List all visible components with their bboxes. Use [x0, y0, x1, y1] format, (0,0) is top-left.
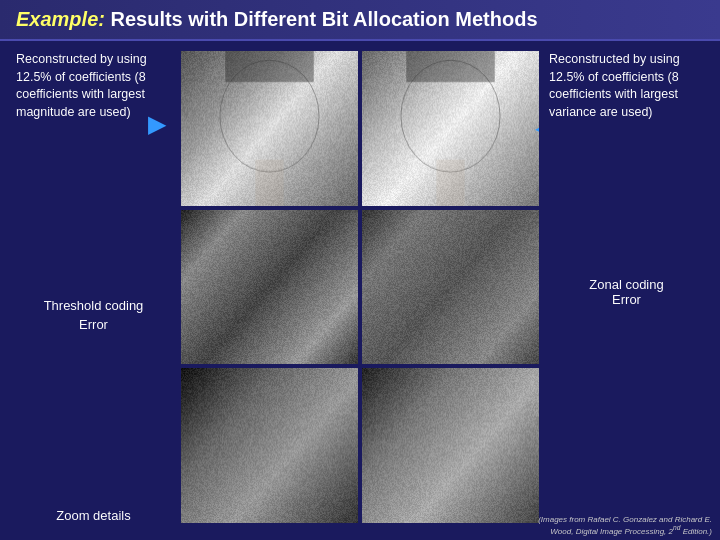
- zoom-label: Zoom details: [16, 508, 171, 523]
- image-face-left: [181, 51, 358, 206]
- threshold-label2: Error: [16, 317, 171, 332]
- zonal-label2: Error: [549, 292, 704, 307]
- image-zoom-left: [181, 368, 358, 523]
- right-text-content: Reconstructed by using 12.5% of coeffici…: [549, 51, 704, 121]
- title-suffix: Results with Different Bit Allocation Me…: [105, 8, 538, 30]
- content-area: Reconstructed by using 12.5% of coeffici…: [0, 41, 720, 533]
- canvas-error-right: [362, 210, 539, 365]
- slide: Example: Results with Different Bit Allo…: [0, 0, 720, 540]
- title-prefix: Example:: [16, 8, 105, 30]
- canvas-zoom-left: [181, 368, 358, 523]
- footnote: (Images from Rafael C. Gonzalez and Rich…: [538, 515, 712, 536]
- slide-title: Example: Results with Different Bit Allo…: [16, 8, 704, 31]
- canvas-face-left: [181, 51, 358, 206]
- right-bottom-spacer: [549, 463, 704, 523]
- left-arrow-icon: ▶: [148, 110, 166, 137]
- threshold-label: Threshold coding: [16, 298, 171, 313]
- right-arrow-icon: ◀: [535, 114, 539, 142]
- col-images-left: [181, 51, 358, 523]
- left-arrow-block: ▶: [148, 110, 166, 138]
- zonal-label: Zonal coding: [549, 277, 704, 292]
- canvas-zoom-right: [362, 368, 539, 523]
- canvas-error-left: [181, 210, 358, 365]
- right-text-top: Reconstructed by using 12.5% of coeffici…: [549, 51, 704, 121]
- zoom-label-block: Zoom details: [16, 504, 171, 523]
- title-bar: Example: Results with Different Bit Allo…: [0, 0, 720, 41]
- image-zoom-right: [362, 368, 539, 523]
- image-error-left: [181, 210, 358, 365]
- threshold-label-block: Threshold coding Error: [16, 294, 171, 332]
- zonal-label-block: Zonal coding Error: [549, 277, 704, 307]
- canvas-face-right: [362, 51, 539, 206]
- col-images-right: ◀: [362, 51, 539, 523]
- right-column: Reconstructed by using 12.5% of coeffici…: [549, 51, 704, 523]
- image-face-right: ◀: [362, 51, 539, 206]
- image-error-right: [362, 210, 539, 365]
- images-area: ◀: [181, 51, 539, 523]
